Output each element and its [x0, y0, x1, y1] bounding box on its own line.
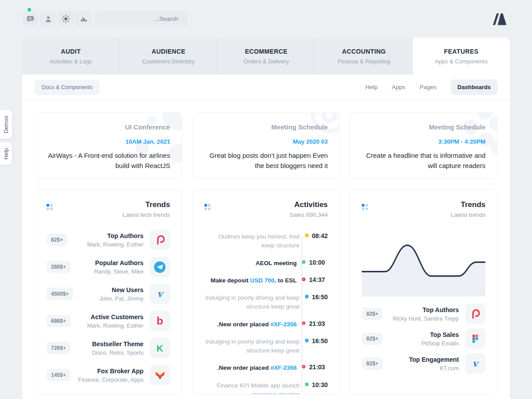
kickstarter-icon[interactable]: K [150, 338, 170, 358]
notification-dot [27, 8, 31, 12]
item-names: KT.com [409, 365, 459, 372]
trends-card-right: Trends Latest trends 82$+ Top Authors Ri… [350, 189, 497, 395]
tab-audience[interactable]: AUDIENCE Customers Directory [120, 38, 217, 74]
timeline-item[interactable]: Indulging in poorly driving and keep str… [204, 337, 328, 356]
item-names: Mark, Rowling, Esther [87, 241, 144, 248]
item-names: PitStop Emails [421, 340, 459, 347]
profile-button[interactable] [40, 11, 56, 27]
list-item[interactable]: 82$+ Top Authors Mark, Rowling, Esther [47, 230, 170, 250]
status-ring [302, 365, 305, 368]
svg-text:v: v [157, 288, 164, 299]
telegram-icon[interactable] [150, 257, 170, 277]
tab-ecommerce-label: ECOMMERCE [245, 48, 287, 55]
item-title: Top Engagement [409, 356, 459, 363]
messages-button[interactable] [22, 11, 39, 27]
theme-toggle-button[interactable] [58, 11, 74, 27]
bing-icon[interactable]: b [150, 311, 170, 331]
item-names: Finance, Corporate, Apps [78, 376, 143, 383]
list-item[interactable]: 726$+ Bestseller Theme Disco, Retro, Spo… [47, 338, 170, 358]
statistics-button[interactable] [75, 11, 92, 27]
list-item[interactable]: 4500$+ New Users John, Pat, Jimmy v [47, 284, 170, 304]
trends-area-chart [362, 231, 485, 297]
timeline-time: 16:50 [312, 337, 328, 344]
brand-logo[interactable] [489, 12, 509, 26]
search-icon[interactable] [182, 15, 182, 23]
nav-link-dashboards[interactable]: Dashboards [451, 79, 497, 95]
trends-card-left: Trends Latest tech trends 82$+ Top Autho… [35, 189, 182, 395]
card-subtitle: Latest trends [451, 211, 485, 218]
activities-card: Activities Sales 890,344 Outlines keep y… [192, 189, 340, 395]
item-names: Mark, Rowling, Esther [87, 322, 144, 329]
timeline-item[interactable]: Indulging in poorly driving and keep str… [204, 293, 328, 312]
list-item[interactable]: 145$+ Fox Broker App Finance, Corporate,… [47, 365, 170, 385]
item-title: Fox Broker App [78, 368, 143, 375]
list-item[interactable]: 686$+ Active Customers Mark, Rowling, Es… [47, 311, 170, 331]
card-text: AirWays - A Front-end solution for airli… [47, 151, 170, 171]
tab-accounting[interactable]: ACCOUNTING Finance & Reporting [315, 38, 412, 74]
list-item[interactable]: 280$+ Popular Authors Randy, Steve, Mike [47, 257, 170, 277]
tab-features-sublabel: Apps & Components [435, 58, 488, 65]
timeline-time: 14:37 [309, 276, 328, 283]
side-tab-help[interactable]: Help [0, 142, 12, 165]
tab-ecommerce[interactable]: ECOMMERCE Orders & Delivery [218, 38, 315, 74]
price-badge: 726$+ [47, 342, 70, 354]
card-title: Activities [289, 200, 328, 209]
grid-menu-icon[interactable] [204, 204, 211, 210]
main-panel: AUDIT Activities & Logs AUDIENCE Custome… [22, 38, 510, 399]
tab-audience-sublabel: Customers Directory [142, 58, 195, 65]
timeline: Outlines keep you honest. And keep struc… [204, 232, 328, 395]
chat-icon [26, 15, 35, 23]
vimeo-icon[interactable]: v [465, 353, 485, 374]
docs-components-button[interactable]: Docs & Components [35, 80, 100, 95]
figma-icon[interactable] [465, 329, 485, 349]
timeline-time: 21:03 [309, 320, 328, 327]
item-title: Top Sales [421, 331, 459, 338]
card-title: UI Conference [47, 123, 170, 131]
item-title: Active Customers [87, 313, 144, 321]
price-badge: 686$+ [47, 315, 70, 327]
topbar [22, 11, 188, 27]
info-card-ui-conference: UI Conference 10AM Jan, 2021 AirWays - A… [35, 112, 182, 179]
fox-icon[interactable] [150, 365, 170, 385]
status-ring [305, 339, 309, 342]
timeline-time: 10:00 [309, 259, 328, 266]
search-input[interactable] [100, 16, 178, 22]
processwire-icon[interactable] [465, 304, 485, 324]
side-tab-demos[interactable]: Demos [0, 110, 12, 139]
list-item[interactable]: 82$+ Top Authors Ricky Hunt, Sandra Trep… [362, 304, 485, 324]
info-card-meeting-schedule-1: Meeting Schedule May 2020 03 Great blog … [192, 112, 340, 179]
item-names: Ricky Hunt, Sandra Trepp [393, 315, 459, 322]
secondary-nav: Docs & Components Help Apps Pages Dashbo… [22, 74, 510, 100]
grid-menu-icon[interactable] [362, 204, 368, 210]
nav-links: Help Apps Pages Dashboards [365, 79, 497, 95]
tab-accounting-label: ACCOUNTING [342, 48, 386, 55]
card-text: Great blog posts don’t just happen Even … [204, 151, 328, 171]
item-title: Top Authors [87, 232, 144, 239]
vimeo-icon[interactable]: v [150, 284, 170, 304]
card-title: Meeting Schedule [362, 123, 485, 131]
list-item[interactable]: 82$+ Top Sales PitStop Emails [362, 329, 485, 349]
timeline-item[interactable]: Make deposit USD 700. to ESL 14:37 [204, 276, 328, 285]
timeline-item[interactable]: .New order placed #XF-2356 21:03 [204, 364, 328, 372]
item-title: Popular Authors [94, 259, 144, 266]
status-ring [302, 278, 305, 281]
timeline-item[interactable]: .New order placed #XF-2356 21:03 [204, 320, 328, 329]
timeline-item[interactable]: AEOL meeting 10:00 [204, 259, 328, 268]
timeline-time: 10:30 [312, 381, 328, 388]
side-tab-help-label: Help [3, 148, 9, 160]
info-card-meeting-schedule-2: Meeting Schedule 3:30PM - 4:20PM Create … [350, 112, 497, 179]
card-date: 10AM Jan, 2021 [47, 138, 170, 145]
processwire-icon[interactable] [150, 230, 170, 250]
timeline-item[interactable]: Finance KPI Mobile app launch preparion … [204, 381, 328, 395]
item-title: New Users [99, 286, 144, 293]
trend-list: 82$+ Top Authors Ricky Hunt, Sandra Trep… [362, 304, 485, 374]
nav-link-pages[interactable]: Pages [420, 84, 437, 90]
tab-features[interactable]: FEATURES Apps & Components [413, 38, 510, 74]
nav-link-help[interactable]: Help [365, 84, 378, 90]
list-item[interactable]: 82$+ Top Engagement KT.com v [362, 353, 485, 374]
tab-audit[interactable]: AUDIT Activities & Logs [22, 38, 120, 74]
timeline-item[interactable]: Outlines keep you honest. And keep struc… [204, 232, 328, 250]
nav-link-apps[interactable]: Apps [392, 84, 406, 90]
status-ring [305, 383, 309, 386]
grid-menu-icon[interactable] [47, 204, 53, 210]
